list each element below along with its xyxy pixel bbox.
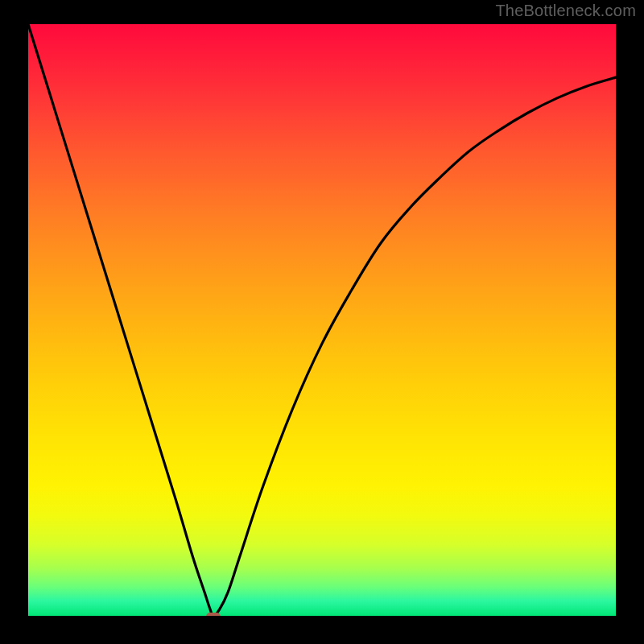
watermark-text: TheBottleneck.com xyxy=(495,2,636,20)
min-marker xyxy=(206,613,221,616)
chart-frame: TheBottleneck.com xyxy=(0,0,644,644)
bottleneck-curve xyxy=(28,24,616,616)
plot-area xyxy=(28,24,616,616)
